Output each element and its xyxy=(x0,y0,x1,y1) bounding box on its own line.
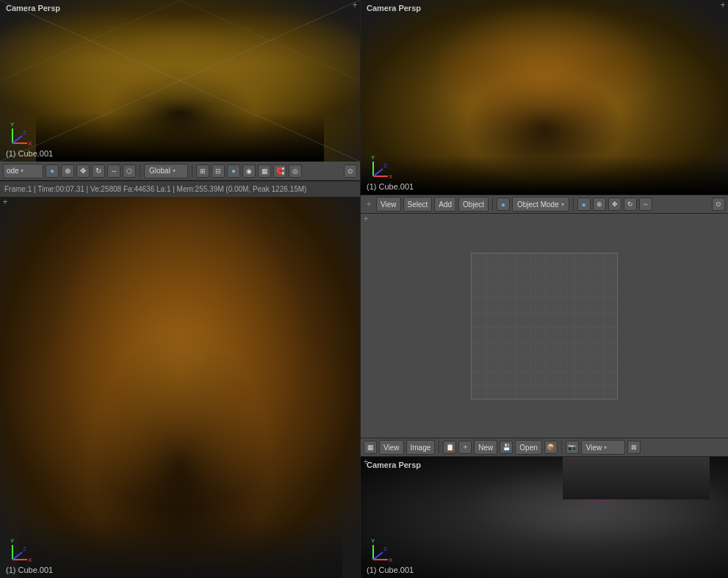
object-mode-label: Object Mode xyxy=(517,201,559,209)
img-fit[interactable]: ⊠ xyxy=(627,441,641,454)
material-icon: ◉ xyxy=(246,167,252,175)
layers2-btn[interactable]: ⊟ xyxy=(212,165,225,178)
view-sphere-right[interactable]: ● xyxy=(577,198,591,211)
viewport-bottom-left[interactable]: + X Y Z (1) Cube.001 xyxy=(0,197,360,578)
texture-btn[interactable]: ▦ xyxy=(258,165,271,178)
svg-text:Z: Z xyxy=(23,546,26,552)
svg-line-6 xyxy=(12,136,22,143)
corner-plus-bl[interactable]: + xyxy=(0,197,10,207)
proportional-btn[interactable]: ◎ xyxy=(289,165,302,178)
svg-text:Y: Y xyxy=(371,154,375,161)
object-mode-dropdown[interactable]: Object Mode ▾ xyxy=(512,197,569,212)
axis-indicator-bl: X Y Z xyxy=(9,534,38,563)
corner-plus-tl[interactable]: + xyxy=(350,0,360,10)
open-btn[interactable]: Open xyxy=(515,440,541,455)
move-icon: ✥ xyxy=(80,167,86,175)
snap-btn[interactable]: 🧲 xyxy=(273,165,286,178)
viewport-obj-label-bl: (1) Cube.001 xyxy=(6,566,53,574)
image-mode-icon: ▦ xyxy=(367,444,374,451)
view-img-label: View xyxy=(383,444,400,452)
img-toolbar-sep2 xyxy=(561,441,562,454)
img-op2[interactable]: + xyxy=(458,441,472,454)
view-img-btn[interactable]: View xyxy=(379,440,404,455)
viewport-obj-label-tl: (1) Cube.001 xyxy=(6,149,53,158)
layers-btn[interactable]: ⊞ xyxy=(196,165,209,178)
sphere-icon-right: ● xyxy=(582,201,586,209)
transform-btn[interactable]: ⬡ xyxy=(123,165,136,178)
right-panel-inner: Camera Persp + X Y Z (1) Cube.001 + View xyxy=(361,0,728,578)
right-toolbar: + View Select Add Object ● xyxy=(361,195,728,214)
render-btn[interactable]: ● xyxy=(227,165,240,178)
viewport-top-left[interactable]: Camera Persp + X Y Z (1) Cube.001 xyxy=(0,0,360,162)
layers2-icon: ⊟ xyxy=(215,167,221,175)
mode-icon-right[interactable]: ● xyxy=(497,198,510,211)
view-dropdown-label: View xyxy=(586,444,602,452)
camera-icon: 📷 xyxy=(568,444,576,451)
cursor-right[interactable]: ⊕ xyxy=(593,198,606,211)
scene-border-tl xyxy=(0,0,360,162)
img-camera[interactable]: 📷 xyxy=(566,441,579,454)
view-sphere-btn[interactable]: ● xyxy=(46,165,59,178)
extra-icon: ⊙ xyxy=(347,167,353,175)
extra-right[interactable]: ⊙ xyxy=(712,198,725,211)
pack-icon: 📦 xyxy=(547,444,555,451)
snap-right[interactable]: ✥ xyxy=(608,198,621,211)
cursor-icon: ⊕ xyxy=(65,167,71,175)
layers-icon: ⊞ xyxy=(200,167,206,175)
transform-icon: ⬡ xyxy=(126,167,132,175)
new-btn[interactable]: New xyxy=(474,440,497,455)
svg-text:X: X xyxy=(28,140,32,147)
statusbar: Frame:1 | Time:00:07.31 | Ve:25808 Fa:44… xyxy=(0,181,360,197)
right-toolbar-plus[interactable]: + xyxy=(364,197,374,212)
img-op1[interactable]: 📋 xyxy=(443,441,456,454)
open-label: Open xyxy=(519,444,537,452)
uv-editor-area: + xyxy=(361,214,728,438)
add-label: Add xyxy=(439,201,452,209)
scale-btn[interactable]: ↔ xyxy=(107,165,120,178)
global-dropdown[interactable]: Global ▾ xyxy=(144,164,188,178)
image-btn[interactable]: Image xyxy=(406,440,436,455)
select-btn-right[interactable]: Select xyxy=(403,197,433,212)
viewport-top-right[interactable]: Camera Persp + X Y Z (1) Cube.001 xyxy=(361,0,728,195)
viewport-label-tl: Camera Persp xyxy=(6,4,60,12)
svg-text:Y: Y xyxy=(10,538,15,544)
image-editor-mode-icon[interactable]: ▦ xyxy=(364,441,377,454)
scale-right[interactable]: ↔ xyxy=(639,198,652,211)
rotate-right[interactable]: ↻ xyxy=(624,198,637,211)
viewport-bottom-right[interactable]: Camera Persp + X Y Z (1) Cube.001 xyxy=(361,457,728,578)
svg-line-18 xyxy=(373,169,383,176)
img-pack[interactable]: 📦 xyxy=(544,441,558,454)
img-floppy[interactable]: 💾 xyxy=(500,441,513,454)
move-btn[interactable]: ✥ xyxy=(76,165,90,178)
view-btn-right[interactable]: View xyxy=(376,197,401,212)
material-btn[interactable]: ◉ xyxy=(242,165,256,178)
right-panel: Camera Persp + X Y Z (1) Cube.001 + View xyxy=(361,0,728,578)
uv-corner-plus[interactable]: + xyxy=(361,214,371,224)
extra-btn[interactable]: ⊙ xyxy=(344,165,357,178)
cursor-btn[interactable]: ⊕ xyxy=(61,165,74,178)
view-dropdown-img[interactable]: View ▾ xyxy=(581,440,625,455)
svg-text:Y: Y xyxy=(10,121,15,128)
cursor-icon-right: ⊕ xyxy=(597,201,602,208)
mode-dropdown-arrow: ▾ xyxy=(21,167,24,174)
rotate-icon: ↻ xyxy=(95,167,101,175)
corner-plus-tr[interactable]: + xyxy=(718,0,728,10)
new-label: New xyxy=(478,444,493,452)
render-icon: ● xyxy=(231,167,235,175)
svg-text:Z: Z xyxy=(23,129,26,136)
viewport-label-br: Camera Persp xyxy=(367,460,421,469)
mode-select[interactable]: ode ▾ xyxy=(3,164,43,178)
object-label: Object xyxy=(463,201,484,209)
axis-indicator-br: X Y Z xyxy=(370,534,399,563)
top-toolbar-left: ode ▾ ● ⊕ ✥ ↻ ↔ ⬡ xyxy=(0,162,360,181)
corner-plus-br[interactable]: + xyxy=(361,457,371,467)
add-btn-right[interactable]: Add xyxy=(434,197,456,212)
mode-icon: ● xyxy=(501,201,505,209)
axis-indicator-tr: X Y Z xyxy=(370,151,399,180)
fit-icon: ⊠ xyxy=(631,444,637,451)
rotate-btn[interactable]: ↻ xyxy=(92,165,105,178)
snap-icon: 🧲 xyxy=(276,167,284,175)
object-btn-right[interactable]: Object xyxy=(458,197,489,212)
snap-icon-right: ✥ xyxy=(612,201,618,208)
global-label: Global xyxy=(149,167,170,175)
